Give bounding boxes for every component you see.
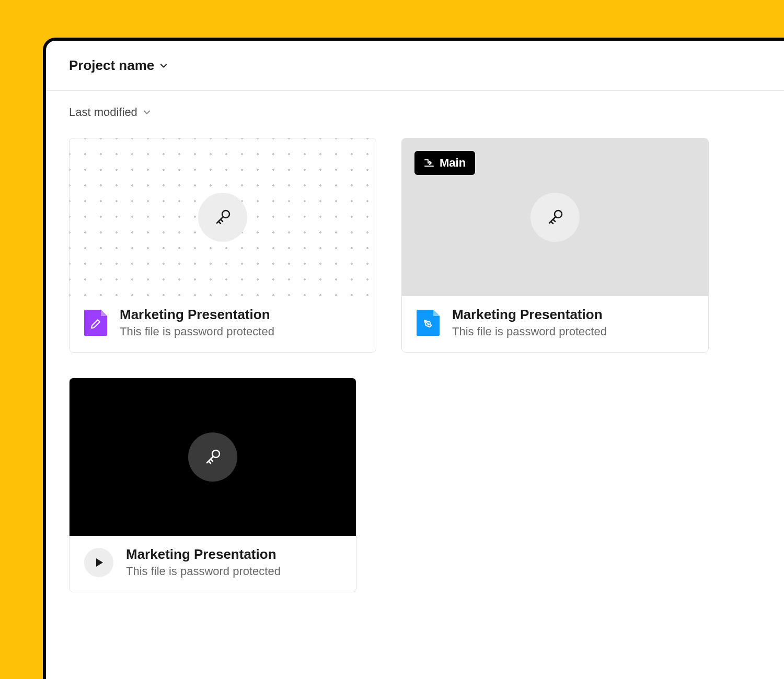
lock-indicator bbox=[188, 432, 237, 482]
file-thumbnail bbox=[70, 138, 376, 296]
cards-grid: Marketing Presentation This file is pass… bbox=[69, 138, 761, 592]
card-title: Marketing Presentation bbox=[126, 546, 281, 563]
lock-indicator bbox=[531, 193, 580, 242]
file-type-icon bbox=[84, 310, 107, 336]
lock-indicator bbox=[198, 193, 247, 242]
sort-dropdown[interactable]: Last modified bbox=[69, 106, 761, 119]
project-dropdown[interactable]: Project name bbox=[69, 57, 168, 74]
card-footer: Marketing Presentation This file is pass… bbox=[402, 296, 708, 352]
file-thumbnail: Main bbox=[402, 138, 708, 296]
branch-badge-label: Main bbox=[440, 156, 466, 170]
card-text: Marketing Presentation This file is pass… bbox=[120, 307, 274, 338]
chevron-down-icon bbox=[159, 62, 168, 70]
card-text: Marketing Presentation This file is pass… bbox=[126, 546, 281, 578]
play-icon bbox=[93, 557, 105, 568]
card-footer: Marketing Presentation This file is pass… bbox=[70, 296, 376, 352]
file-card[interactable]: Marketing Presentation This file is pass… bbox=[69, 138, 376, 353]
key-icon bbox=[213, 208, 232, 227]
card-title: Marketing Presentation bbox=[120, 307, 274, 323]
branch-icon bbox=[424, 158, 434, 168]
svg-point-2 bbox=[428, 323, 430, 325]
card-text: Marketing Presentation This file is pass… bbox=[452, 307, 607, 338]
card-subtitle: This file is password protected bbox=[452, 325, 607, 338]
card-footer: Marketing Presentation This file is pass… bbox=[70, 536, 356, 592]
file-type-icon bbox=[417, 310, 440, 336]
file-thumbnail bbox=[70, 378, 356, 536]
card-subtitle: This file is password protected bbox=[120, 325, 274, 338]
content-area: Last modified bbox=[46, 91, 784, 607]
chevron-down-icon bbox=[143, 108, 151, 116]
file-card[interactable]: Main bbox=[401, 138, 709, 353]
pencil-icon bbox=[90, 318, 101, 330]
header: Project name bbox=[46, 41, 784, 91]
card-title: Marketing Presentation bbox=[452, 307, 607, 323]
key-icon bbox=[546, 208, 564, 227]
project-name-label: Project name bbox=[69, 57, 154, 74]
branch-badge: Main bbox=[414, 151, 475, 175]
sort-label: Last modified bbox=[69, 106, 137, 119]
file-card[interactable]: Marketing Presentation This file is pass… bbox=[69, 378, 356, 592]
key-icon bbox=[203, 448, 222, 466]
app-window: Project name Last modified bbox=[43, 38, 784, 679]
file-type-icon bbox=[84, 548, 113, 577]
pen-tool-icon bbox=[422, 318, 434, 330]
card-subtitle: This file is password protected bbox=[126, 565, 281, 578]
